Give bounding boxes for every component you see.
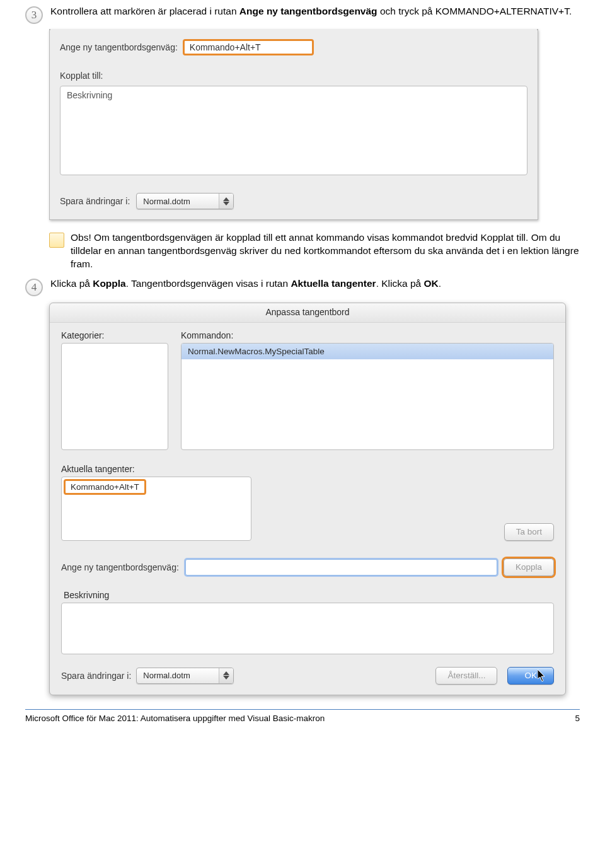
description-box: Beskrivning xyxy=(60,86,527,175)
chevron-updown-icon xyxy=(219,668,233,683)
footer-page-number: 5 xyxy=(575,714,580,723)
step-3-text: Kontrollera att markören är placerad i r… xyxy=(50,5,580,18)
current-keys-area: Aktuella tangenter: Kommando+Alt+T Ta bo… xyxy=(61,464,554,541)
step-4-badge: 4 xyxy=(25,279,43,296)
step-4-b3: OK xyxy=(424,278,438,289)
linked-to-label: Kopplat till: xyxy=(60,71,527,81)
commands-label: Kommandon: xyxy=(181,330,554,340)
screenshot-shortcut-fragment: Ange ny tangentbordsgenväg: Kommando+Alt… xyxy=(49,29,538,220)
commands-listbox[interactable]: Normal.NewMacros.MySpecialTable xyxy=(181,343,554,450)
footer-text: Microsoft Office för Mac 2011: Automatis… xyxy=(25,714,325,723)
save-changes-label: Spara ändringar i: xyxy=(60,196,130,206)
reset-button[interactable]: Återställ... xyxy=(435,667,497,685)
svg-marker-0 xyxy=(223,197,229,201)
note-b1: Kopplat till xyxy=(481,232,526,243)
dialog-title: Anpassa tangentbord xyxy=(50,303,565,323)
note-t1: Om tangentbordsgenvägen är kopplad till … xyxy=(91,232,481,243)
save-changes-value-2: Normal.dotm xyxy=(137,668,219,683)
step-4-mid: . Tangentbordsgenvägen visas i rutan xyxy=(126,278,291,289)
note-row: Obs! Om tangentbordsgenvägen är kopplad … xyxy=(49,231,580,271)
categories-label: Kategorier: xyxy=(61,330,168,340)
description-label: Beskrivning xyxy=(61,590,554,600)
save-changes-value: Normal.dotm xyxy=(137,194,219,209)
svg-marker-3 xyxy=(223,676,229,680)
save-changes-label-2: Spara ändringar i: xyxy=(61,671,131,681)
categories-listbox[interactable] xyxy=(61,343,168,450)
step-4-text: Klicka på Koppla. Tangentbordsgenvägen v… xyxy=(50,277,580,291)
screenshot-customize-keyboard-dialog: Anpassa tangentbord Kategorier: Kommando… xyxy=(49,303,566,695)
svg-marker-2 xyxy=(223,671,229,675)
step-4-mid2: . Klicka på xyxy=(376,278,424,289)
dialog-bottom-row: Spara ändringar i: Normal.dotm Återställ… xyxy=(61,667,554,685)
note-text: Obs! Om tangentbordsgenvägen är kopplad … xyxy=(71,231,580,271)
assign-shortcut-row: Ange ny tangentbordsgenväg: Koppla xyxy=(61,558,554,576)
current-keys-label: Aktuella tangenter: xyxy=(61,464,251,474)
footer-rule xyxy=(25,709,580,710)
description-area: Beskrivning xyxy=(61,590,554,654)
current-keys-highlight: Kommando+Alt+T xyxy=(64,479,146,495)
step-4-b2: Aktuella tangenter xyxy=(291,278,376,289)
ok-button[interactable]: OK xyxy=(507,667,554,685)
step-4: 4 Klicka på Koppla. Tangentbordsgenvägen… xyxy=(25,277,580,296)
categories-commands-row: Kategorier: Kommandon: Normal.NewMacros.… xyxy=(61,330,554,450)
step-4-b1: Koppla xyxy=(93,278,126,289)
note-obs: Obs! xyxy=(71,232,91,243)
description-title: Beskrivning xyxy=(67,90,112,100)
shortcut-row: Ange ny tangentbordsgenväg: Kommando+Alt… xyxy=(60,39,527,55)
current-keys-listbox[interactable]: Kommando+Alt+T xyxy=(61,477,251,541)
assign-button-highlight[interactable]: Koppla xyxy=(504,558,554,576)
step-4-pre: Klicka på xyxy=(50,278,93,289)
shortcut-field-highlight[interactable]: Kommando+Alt+T xyxy=(183,39,314,55)
assign-shortcut-label: Ange ny tangentbordsgenväg: xyxy=(61,562,179,572)
remove-button[interactable]: Ta bort xyxy=(504,523,554,541)
step-3-pre: Kontrollera att markören är placerad i r… xyxy=(50,6,239,16)
commands-selected-item[interactable]: Normal.NewMacros.MySpecialTable xyxy=(182,344,553,359)
save-changes-combo-2[interactable]: Normal.dotm xyxy=(136,668,234,684)
step-3-post: och tryck på KOMMANDO+ALTERNATIV+T. xyxy=(377,6,572,16)
step-3: 3 Kontrollera att markören är placerad i… xyxy=(25,5,580,24)
step-3-bold: Ange ny tangentbordsgenväg xyxy=(239,6,377,16)
cropped-top-edge xyxy=(50,29,538,30)
save-changes-row: Spara ändringar i: Normal.dotm xyxy=(60,193,527,209)
shortcut-label: Ange ny tangentbordsgenväg: xyxy=(60,42,178,52)
svg-marker-1 xyxy=(223,202,229,205)
step-4-end: . xyxy=(439,278,441,289)
assign-shortcut-input[interactable] xyxy=(185,559,497,576)
step-3-badge: 3 xyxy=(25,6,43,24)
note-icon xyxy=(49,233,64,248)
chevron-updown-icon xyxy=(219,194,233,209)
description-box-2 xyxy=(61,603,554,654)
save-changes-combo[interactable]: Normal.dotm xyxy=(136,193,234,209)
page-footer: Microsoft Office för Mac 2011: Automatis… xyxy=(0,714,605,734)
